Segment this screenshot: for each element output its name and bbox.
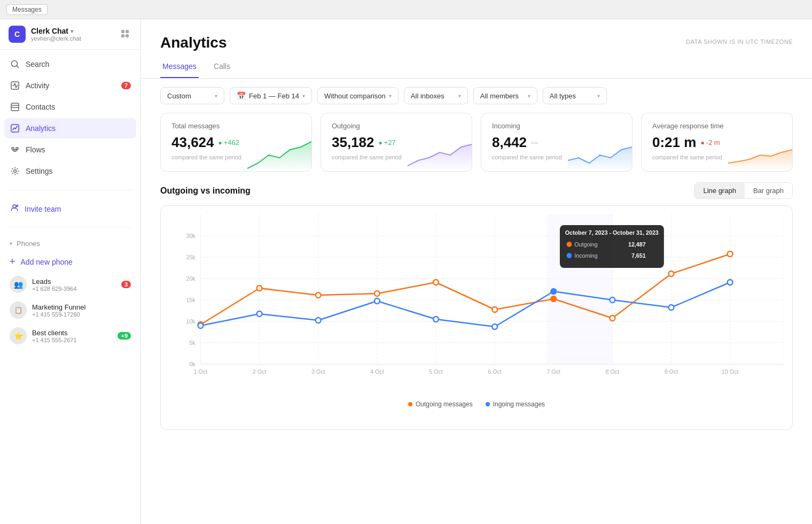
- main-content: Analytics DATA SHOWN IS IN UTC TIMEZONE …: [141, 19, 812, 524]
- phone-number-bestclients: +1 415 555-2671: [32, 337, 112, 343]
- filter-types-chevron: ▾: [597, 93, 600, 99]
- svg-point-53: [492, 324, 497, 329]
- chart-toggle: Line graph Bar graph: [694, 182, 793, 199]
- svg-rect-0: [121, 30, 124, 33]
- filter-date[interactable]: 📅 Feb 1 — Feb 14 ▾: [230, 87, 312, 104]
- filter-types[interactable]: All types ▾: [543, 87, 607, 104]
- chart-legend: Outgoing messages Ingoing messages: [169, 400, 784, 408]
- stat-change-total: ● +462: [218, 138, 240, 147]
- bar-graph-button[interactable]: Bar graph: [745, 183, 792, 198]
- stat-card-incoming: Incoming 8,442 — compared the same perio…: [481, 113, 633, 172]
- svg-rect-1: [126, 30, 129, 33]
- svg-point-49: [257, 311, 262, 317]
- tab-messages[interactable]: Messages: [160, 56, 199, 78]
- divider-1: [9, 190, 132, 190]
- sidebar-item-settings[interactable]: Settings: [4, 161, 136, 181]
- filter-inboxes-chevron: ▾: [458, 93, 461, 99]
- svg-point-43: [492, 307, 497, 312]
- grid-icon[interactable]: [118, 27, 132, 42]
- page-title: Analytics: [160, 34, 227, 51]
- page-header: Analytics DATA SHOWN IS IN UTC TIMEZONE: [141, 19, 812, 51]
- filter-members-value: All members: [480, 92, 519, 100]
- phone-item-bestclients[interactable]: ⭐ Best clients +1 415 555-2671 +9: [4, 323, 136, 349]
- stat-card-total: Total messages 43,624 ● +462 compared th…: [160, 113, 312, 172]
- invite-section: Invite team: [0, 195, 140, 223]
- svg-point-55: [610, 297, 615, 303]
- sidebar-brand[interactable]: C Clerk Chat ▾ yevhen@clerk.chat: [9, 26, 81, 43]
- legend-label-incoming: Ingoing messages: [493, 400, 545, 408]
- svg-point-56: [669, 305, 674, 310]
- sidebar-item-activity[interactable]: Activity 7: [4, 75, 136, 96]
- divider-2: [9, 227, 132, 228]
- sidebar-item-flows-label: Flows: [26, 145, 45, 154]
- filter-members[interactable]: All members ▾: [473, 87, 537, 104]
- svg-point-54: [551, 289, 556, 294]
- svg-text:3 Oct: 3 Oct: [311, 368, 325, 375]
- svg-text:Incoming: Incoming: [574, 252, 598, 259]
- search-icon: [10, 59, 20, 70]
- legend-incoming: Ingoing messages: [486, 400, 545, 408]
- sidebar-item-search[interactable]: Search: [4, 54, 136, 74]
- svg-text:5 Oct: 5 Oct: [429, 368, 443, 375]
- phones-section: ▾ Phones + Add new phone 👥 Leads +1 628 …: [0, 232, 140, 524]
- app-window: Messages C Clerk Chat ▾ yevhen@clerk.cha…: [0, 0, 812, 524]
- filter-inboxes[interactable]: All inboxes ▾: [404, 87, 468, 104]
- sidebar-item-flows[interactable]: Flows: [4, 140, 136, 160]
- phone-badge-bestclients: +9: [118, 332, 131, 340]
- legend-label-outgoing: Outgoing messages: [416, 400, 473, 408]
- filter-period-chevron: ▾: [215, 93, 217, 99]
- line-graph-button[interactable]: Line graph: [694, 183, 744, 198]
- add-phone-item[interactable]: + Add new phone: [4, 252, 136, 272]
- filter-types-value: All types: [550, 92, 576, 100]
- filter-date-value: Feb 1 — Feb 14: [249, 92, 299, 100]
- sidebar-item-settings-label: Settings: [26, 167, 53, 175]
- svg-point-47: [728, 251, 733, 257]
- tab-calls[interactable]: Calls: [212, 56, 232, 78]
- sparkline-total: [247, 139, 311, 171]
- phone-number-marketing: +1 415 559-17260: [32, 311, 131, 318]
- filter-comparison[interactable]: Without comparison ▾: [317, 87, 399, 104]
- sidebar-item-contacts[interactable]: Contacts: [4, 97, 136, 117]
- svg-point-52: [433, 317, 439, 322]
- sidebar: C Clerk Chat ▾ yevhen@clerk.chat: [0, 19, 141, 524]
- svg-text:5k: 5k: [189, 340, 196, 346]
- invite-team-item[interactable]: Invite team: [4, 198, 136, 220]
- phone-item-leads[interactable]: 👥 Leads +1 628 629-3964 3: [4, 272, 136, 297]
- svg-point-42: [433, 280, 439, 285]
- chart-title: Outgoing vs incoming: [160, 186, 251, 196]
- sparkline-incoming: [568, 139, 632, 171]
- phone-item-marketing[interactable]: 📋 Marketing Funnel +1 415 559-17260: [4, 297, 136, 323]
- svg-text:15k: 15k: [186, 297, 196, 303]
- stat-card-response: Average response time 0:21 m ● -2 m comp…: [641, 113, 793, 172]
- phone-info-marketing: Marketing Funnel +1 415 559-17260: [32, 303, 131, 318]
- sidebar-item-analytics-label: Analytics: [26, 124, 56, 133]
- svg-text:October 7, 2023 - October 31, : October 7, 2023 - October 31, 2023: [565, 229, 659, 236]
- phone-badge-leads: 3: [121, 281, 131, 288]
- brand-email: yevhen@clerk.chat: [31, 35, 81, 42]
- activity-badge: 7: [121, 82, 131, 89]
- svg-text:7,651: 7,651: [631, 252, 646, 259]
- phone-name-leads: Leads: [32, 278, 116, 286]
- phone-name-bestclients: Best clients: [32, 329, 112, 337]
- stat-change-incoming: —: [531, 138, 538, 147]
- filter-period[interactable]: Custom ▾: [160, 87, 224, 104]
- phone-avatar-marketing: 📋: [10, 302, 27, 319]
- filter-comparison-value: Without comparison: [324, 92, 386, 100]
- phone-name-marketing: Marketing Funnel: [32, 303, 131, 311]
- calendar-icon: 📅: [237, 91, 246, 100]
- stat-change-response: ● -2 m: [700, 138, 720, 147]
- svg-text:10 Oct: 10 Oct: [722, 368, 739, 375]
- filter-comparison-chevron: ▾: [389, 93, 392, 99]
- sidebar-item-contacts-label: Contacts: [26, 103, 55, 111]
- add-phone-icon: +: [10, 256, 15, 267]
- brand-name: Clerk Chat ▾: [31, 27, 81, 35]
- tabs-row: Messages Calls: [141, 56, 812, 79]
- svg-point-39: [257, 286, 262, 291]
- activity-icon: [10, 80, 20, 91]
- stat-label-response: Average response time: [652, 122, 782, 130]
- sidebar-item-analytics[interactable]: Analytics: [4, 118, 136, 138]
- stat-card-outgoing: Outgoing 35,182 ● +27 compared the same …: [321, 113, 472, 172]
- svg-point-48: [198, 323, 204, 328]
- svg-text:2 Oct: 2 Oct: [253, 368, 267, 375]
- filter-date-chevron: ▾: [302, 93, 305, 99]
